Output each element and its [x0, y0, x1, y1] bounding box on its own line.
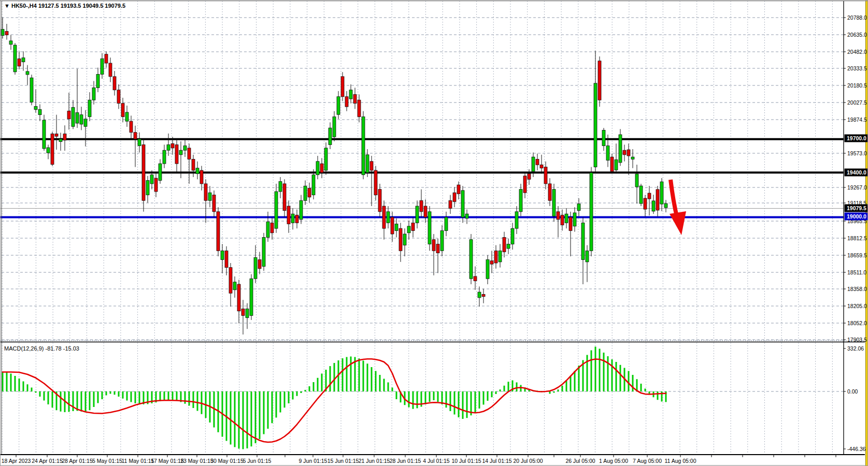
- price-tick-label: 18812.5: [847, 235, 867, 241]
- candle: [237, 284, 240, 311]
- candle: [482, 294, 485, 296]
- price-level-label: 19079.5: [847, 205, 866, 211]
- candle: [569, 217, 572, 231]
- date-tick-label: 10 Jul 01:15: [451, 458, 481, 464]
- candle: [631, 157, 634, 159]
- candle: [511, 228, 514, 244]
- candle: [387, 212, 390, 223]
- candle: [55, 134, 58, 136]
- candle: [594, 83, 597, 167]
- date-tick-label: 21 Jun 01:15: [359, 458, 390, 464]
- candle: [117, 90, 120, 104]
- candle: [428, 212, 431, 244]
- price-tick-label: 20788.0: [847, 14, 867, 21]
- macd-tick-label: 0.00: [847, 388, 858, 395]
- price-tick-label: 17903.5: [847, 337, 867, 343]
- candle: [403, 234, 406, 245]
- candle: [324, 148, 328, 170]
- macd-tick-label: -446.36: [847, 446, 866, 452]
- date-tick-label: 28 Apr 01:15: [62, 458, 93, 464]
- candle: [465, 214, 468, 219]
- candle: [159, 164, 162, 180]
- candle: [80, 115, 83, 124]
- macd-plot[interactable]: [2, 343, 844, 455]
- date-tick-label: 14 Jul 01:15: [482, 458, 511, 464]
- price-tick-label: 18052.0: [847, 320, 867, 326]
- candle: [34, 106, 37, 109]
- candle: [88, 100, 91, 116]
- candle: [200, 170, 203, 184]
- candle: [490, 261, 493, 264]
- candle: [42, 120, 46, 149]
- candle: [635, 174, 638, 187]
- candle: [507, 244, 510, 249]
- candle: [378, 190, 381, 212]
- candle: [602, 130, 605, 145]
- candle: [445, 217, 448, 231]
- candle: [411, 223, 415, 230]
- price-tick-label: 20180.5: [847, 82, 867, 89]
- candle: [51, 134, 54, 164]
- date-tick-label: 15 Jun 01:15: [328, 458, 359, 464]
- chart-window: 20788.020635.020482.020333.520180.520027…: [0, 0, 868, 466]
- candle: [291, 214, 294, 223]
- candle: [320, 164, 323, 172]
- candle: [92, 88, 95, 100]
- candle: [329, 128, 332, 144]
- candle: [63, 134, 66, 140]
- candle: [163, 150, 166, 164]
- candle: [271, 223, 274, 232]
- date-tick-label: 11 Aug 05:00: [664, 458, 696, 464]
- candle: [432, 240, 435, 251]
- candle: [229, 268, 232, 294]
- candle: [101, 59, 104, 74]
- price-tick-label: 18511.0: [847, 269, 866, 275]
- macd-tick-label: 332.06: [847, 345, 864, 352]
- candle: [395, 224, 398, 231]
- candle: [241, 309, 245, 315]
- candle: [627, 150, 630, 156]
- candle: [105, 54, 108, 63]
- date-tick-label: 24 Apr 01:15: [32, 458, 63, 464]
- candle: [399, 228, 402, 251]
- candle: [125, 112, 129, 121]
- candle: [254, 257, 257, 279]
- candle: [581, 223, 585, 259]
- candle: [382, 206, 386, 228]
- candle: [5, 32, 8, 35]
- candle: [610, 157, 614, 171]
- candle: [341, 77, 344, 97]
- candle: [515, 212, 518, 228]
- candle: [337, 97, 340, 115]
- date-tick-label: 20 Jul 05:00: [513, 458, 543, 464]
- candle: [171, 143, 174, 148]
- candle: [262, 237, 265, 266]
- candle: [275, 192, 278, 228]
- candle: [47, 148, 50, 153]
- price-level-label: 19400.0: [847, 169, 866, 176]
- candle: [217, 212, 220, 251]
- candle: [461, 191, 464, 217]
- price-level-label: 19000.0: [847, 213, 866, 220]
- candle: [639, 186, 643, 203]
- candle: [528, 173, 531, 179]
- candle: [660, 182, 663, 204]
- candle: [366, 155, 369, 173]
- date-tick-label: 23 May 01:15: [180, 458, 214, 464]
- candle: [652, 201, 655, 211]
- main-chart-plot[interactable]: [2, 1, 844, 341]
- candle: [494, 251, 497, 263]
- candle: [436, 244, 439, 253]
- candle: [142, 144, 145, 200]
- trading-chart: 20788.020635.020482.020333.520180.520027…: [1, 1, 868, 466]
- price-tick-label: 18358.0: [847, 286, 867, 292]
- candle: [623, 150, 626, 155]
- candle: [225, 251, 228, 267]
- candle: [96, 75, 99, 88]
- candle: [192, 159, 195, 170]
- candle: [503, 237, 506, 252]
- candle: [221, 251, 224, 259]
- candle: [208, 193, 211, 200]
- candle: [648, 193, 651, 199]
- candle: [664, 203, 667, 208]
